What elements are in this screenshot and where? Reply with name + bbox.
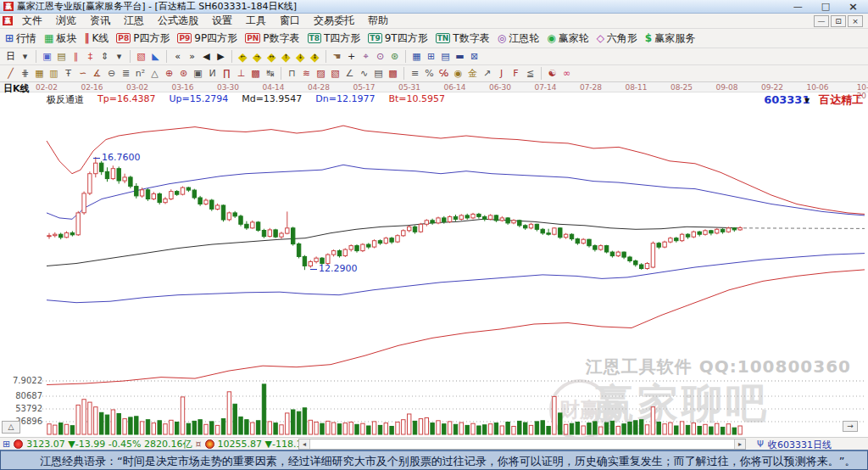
minimize-button[interactable]: — (793, 1, 803, 13)
next-bar-button[interactable]: ▶ (214, 49, 228, 64)
gann-wheel-button[interactable]: ◎江恩轮 (498, 31, 539, 46)
percent-tool[interactable]: % (422, 66, 437, 81)
f-line-tool[interactable]: F (509, 66, 523, 81)
horizontal-scrollbar[interactable]: ◂ ▸ (298, 439, 746, 450)
p-number-table-button[interactable]: PNP数字表 (245, 31, 299, 46)
arrow-mark-tool[interactable]: ↗ (480, 66, 494, 81)
maximize-button[interactable]: □ (821, 1, 830, 13)
angle-line-tool[interactable]: ∠ (342, 66, 357, 81)
settings-wheel-button[interactable]: ⊛ (387, 49, 402, 64)
fib-levels-tool[interactable]: ≡ (408, 66, 422, 81)
channel-indicator-button[interactable]: ▧ (134, 49, 148, 64)
menu-item-8[interactable]: 窗口 (273, 14, 307, 28)
scroll-right-arrow[interactable]: ▸ (734, 439, 745, 449)
gann-fan-down-tool[interactable]: ⊥ (234, 66, 248, 81)
zoom-button[interactable]: ⊙ (373, 49, 387, 64)
scale-button[interactable]: ⇕ (97, 49, 112, 64)
menu-item-9[interactable]: 交易委托 (307, 14, 361, 28)
style-button[interactable]: ▣ (40, 49, 54, 64)
retracement-tool[interactable]: ↹ (263, 66, 277, 81)
shaded-grid2-tool[interactable]: ▧ (328, 66, 342, 81)
fixed-line-tool[interactable]: Ŧ (61, 66, 75, 81)
circle-cross-tool[interactable]: ⊕ (162, 66, 176, 81)
triangle-tool[interactable]: △ (147, 66, 162, 81)
square-of-nine-tool[interactable]: n² (133, 66, 147, 81)
board-button[interactable]: ▤ (54, 49, 69, 64)
t9-square-button[interactable]: T99T四方形 (368, 31, 427, 46)
notes-button[interactable]: ▤ (438, 49, 453, 64)
menu-item-6[interactable]: 设置 (205, 14, 239, 28)
radial-fan-tool[interactable]: ⊛ (176, 66, 191, 81)
level-mark-tool[interactable]: ≦ (523, 66, 537, 81)
dense-grid-tool[interactable]: ▩ (386, 66, 400, 81)
gann-box-tool[interactable]: ▦ (32, 66, 47, 81)
parallel-lines-tool[interactable]: ⋕ (18, 66, 32, 81)
diamond-down-button[interactable]: ◆↓ (294, 50, 307, 64)
quote-board-icon[interactable]: ⊞ (3, 439, 10, 450)
shaded-grid-tool[interactable]: ▨ (314, 66, 328, 81)
prev-bar-button[interactable]: ◀ (199, 49, 214, 64)
t-square-button[interactable]: T8T四方形 (308, 31, 361, 46)
menu-item-10[interactable]: 帮助 (361, 14, 395, 28)
menu-item-2[interactable]: 浏览 (49, 14, 83, 28)
kline-style2-button[interactable]: ‡ (83, 49, 97, 64)
percent-lines-tool[interactable]: ℅ (437, 66, 451, 81)
ellipse-tool[interactable]: ⊖ (104, 66, 119, 81)
period-day-selector[interactable]: 日 (3, 49, 18, 64)
p-square-button[interactable]: P8P四方形 (116, 31, 170, 46)
trend-line-tool[interactable]: ╱ (3, 66, 18, 81)
menu-item-4[interactable]: 江恩 (117, 14, 151, 28)
kline-chart-canvas[interactable] (0, 82, 868, 437)
t-number-table-button[interactable]: TNT数字表 (436, 31, 490, 46)
last-page-button[interactable]: » (185, 49, 199, 64)
wave-tool[interactable]: ≋ (299, 66, 314, 81)
calendar-button[interactable]: ▦ (409, 49, 424, 64)
spiral-tool[interactable]: ∽ (75, 66, 90, 81)
child-close-button[interactable]: × (848, 15, 863, 27)
save-button[interactable]: ▬ (453, 49, 467, 64)
diamond-right-button[interactable]: ◆→ (251, 50, 264, 64)
calculator-button[interactable]: ⊞ (424, 49, 438, 64)
winner-wheel-button[interactable]: ◉赢家轮 (547, 31, 588, 46)
taiji-tool[interactable]: ☯ (545, 66, 559, 81)
child-restore-button[interactable]: ⊡ (831, 15, 846, 27)
gann-fan-up-tool[interactable]: ∏ (220, 66, 234, 81)
kline-style-button[interactable]: ‖ (69, 49, 83, 64)
volume-scroll-button[interactable]: → (843, 421, 858, 432)
locate-button[interactable]: ⌖ (359, 49, 373, 64)
infinity-tool[interactable]: ∞ (559, 66, 574, 81)
quotes-button[interactable]: ⊞行情 (5, 31, 36, 46)
price-grid-tool[interactable]: ▩ (248, 66, 263, 81)
crosshair-button[interactable]: + (344, 49, 359, 64)
diamond-hmove-button[interactable]: ◆↔ (265, 50, 278, 64)
hand-tool-button[interactable]: ☚ (330, 49, 344, 64)
angle-measure-tool[interactable]: ∡ (90, 66, 104, 81)
rectangle-tool[interactable]: ⊓ (285, 66, 299, 81)
kline-button[interactable]: ‖K线 (84, 31, 108, 46)
golden-section-tool[interactable]: 金 (465, 66, 480, 81)
golden-circle-tool[interactable]: ◉ (451, 66, 465, 81)
horizontal-grid-tool[interactable]: ▤ (371, 66, 386, 81)
hexagon-button[interactable]: ◇六角形 (597, 31, 637, 46)
scale-dropdown-arrow[interactable]: ▾ (112, 49, 126, 64)
menu-item-5[interactable]: 公式选股 (151, 14, 205, 28)
first-page-button[interactable]: « (170, 49, 185, 64)
scroll-left-arrow[interactable]: ◂ (299, 439, 310, 449)
diamond-up-button[interactable]: ◆↑ (280, 50, 292, 64)
gann-grid-tool[interactable]: ▥ (47, 66, 61, 81)
diamond-left-button[interactable]: ◆← (236, 50, 249, 64)
sectors-button[interactable]: ▦板块 (44, 31, 76, 46)
frame-tool[interactable]: ▣ (191, 66, 205, 81)
diamond-vmove-button[interactable]: ◆↕ (309, 50, 321, 64)
menu-item-3[interactable]: 资讯 (83, 14, 117, 28)
p9-square-button[interactable]: P99P四方形 (177, 31, 237, 46)
flag-button[interactable]: ◣ (148, 49, 163, 64)
pane-expand-button[interactable]: △ (2, 421, 20, 434)
child-minimize-button[interactable]: — (814, 15, 829, 27)
menu-item-1[interactable]: 文件 (15, 14, 49, 28)
time-ruler-tool[interactable]: ≣ (119, 66, 133, 81)
close-button[interactable]: × (849, 1, 858, 13)
winner-service-button[interactable]: $赢家服务 (645, 31, 695, 46)
cycle-wave-tool[interactable]: ∿ (357, 66, 371, 81)
zigzag-tool[interactable]: И (205, 66, 220, 81)
